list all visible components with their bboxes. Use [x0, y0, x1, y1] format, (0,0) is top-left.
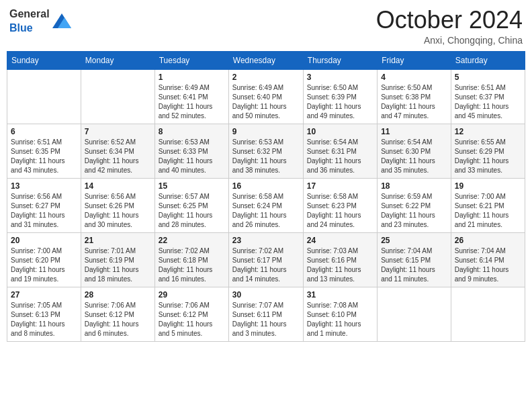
- day-number: 27: [11, 290, 77, 300]
- day-number: 18: [381, 181, 447, 191]
- day-number: 15: [159, 181, 225, 191]
- table-row: [378, 287, 451, 341]
- header-friday: Friday: [378, 51, 451, 69]
- day-number: 11: [381, 127, 447, 136]
- day-number: 30: [232, 290, 300, 300]
- calendar-week-row: 1Sunrise: 6:49 AMSunset: 6:41 PMDaylight…: [7, 69, 525, 124]
- header-saturday: Saturday: [451, 51, 525, 69]
- day-number: 28: [85, 290, 151, 300]
- header-tuesday: Tuesday: [154, 51, 228, 69]
- table-row: [451, 287, 525, 341]
- calendar-week-row: 13Sunrise: 6:56 AMSunset: 6:27 PMDayligh…: [7, 178, 525, 232]
- day-number: 16: [232, 181, 300, 191]
- day-info: Sunrise: 6:54 AMSunset: 6:31 PMDaylight:…: [307, 138, 373, 175]
- day-info: Sunrise: 6:49 AMSunset: 6:41 PMDaylight:…: [159, 83, 225, 121]
- day-info: Sunrise: 6:58 AMSunset: 6:23 PMDaylight:…: [307, 192, 373, 230]
- table-row: 22Sunrise: 7:02 AMSunset: 6:18 PMDayligh…: [154, 232, 228, 287]
- day-number: 20: [11, 236, 77, 245]
- table-row: 27Sunrise: 7:05 AMSunset: 6:13 PMDayligh…: [7, 287, 81, 341]
- day-info: Sunrise: 6:56 AMSunset: 6:26 PMDaylight:…: [85, 192, 151, 230]
- table-row: 19Sunrise: 7:00 AMSunset: 6:21 PMDayligh…: [451, 178, 525, 232]
- table-row: 20Sunrise: 7:00 AMSunset: 6:20 PMDayligh…: [7, 232, 81, 287]
- table-row: 30Sunrise: 7:07 AMSunset: 6:11 PMDayligh…: [228, 287, 303, 341]
- day-info: Sunrise: 7:03 AMSunset: 6:16 PMDaylight:…: [307, 246, 373, 284]
- day-info: Sunrise: 7:07 AMSunset: 6:11 PMDaylight:…: [232, 301, 300, 338]
- day-info: Sunrise: 7:00 AMSunset: 6:21 PMDaylight:…: [455, 192, 521, 230]
- table-row: 9Sunrise: 6:53 AMSunset: 6:32 PMDaylight…: [228, 124, 303, 178]
- header-thursday: Thursday: [303, 51, 377, 69]
- logo: General Blue: [9, 7, 71, 35]
- day-number: 10: [307, 127, 373, 136]
- day-info: Sunrise: 6:53 AMSunset: 6:33 PMDaylight:…: [159, 138, 225, 175]
- day-info: Sunrise: 6:51 AMSunset: 6:35 PMDaylight:…: [11, 138, 77, 175]
- table-row: 29Sunrise: 7:06 AMSunset: 6:12 PMDayligh…: [154, 287, 228, 341]
- logo-icon: [52, 13, 71, 28]
- logo-blue-text: Blue: [9, 22, 33, 34]
- day-info: Sunrise: 7:00 AMSunset: 6:20 PMDaylight:…: [11, 246, 77, 284]
- table-row: 5Sunrise: 6:51 AMSunset: 6:37 PMDaylight…: [451, 69, 525, 124]
- day-info: Sunrise: 6:54 AMSunset: 6:30 PMDaylight:…: [381, 138, 447, 175]
- table-row: 3Sunrise: 6:50 AMSunset: 6:39 PMDaylight…: [303, 69, 377, 124]
- day-number: 7: [85, 127, 151, 136]
- day-info: Sunrise: 7:08 AMSunset: 6:10 PMDaylight:…: [307, 301, 373, 338]
- calendar-week-row: 6Sunrise: 6:51 AMSunset: 6:35 PMDaylight…: [7, 124, 525, 178]
- day-number: 22: [159, 236, 225, 245]
- title-block: October 2024 Anxi, Chongqing, China: [376, 7, 523, 46]
- header-sunday: Sunday: [7, 51, 81, 69]
- calendar-week-row: 27Sunrise: 7:05 AMSunset: 6:13 PMDayligh…: [7, 287, 525, 341]
- table-row: 6Sunrise: 6:51 AMSunset: 6:35 PMDaylight…: [7, 124, 81, 178]
- day-number: 2: [232, 73, 300, 82]
- day-info: Sunrise: 7:02 AMSunset: 6:18 PMDaylight:…: [159, 246, 225, 284]
- weekday-header-row: Sunday Monday Tuesday Wednesday Thursday…: [7, 51, 525, 69]
- header-monday: Monday: [81, 51, 154, 69]
- day-number: 3: [307, 73, 373, 82]
- table-row: 24Sunrise: 7:03 AMSunset: 6:16 PMDayligh…: [303, 232, 377, 287]
- table-row: 11Sunrise: 6:54 AMSunset: 6:30 PMDayligh…: [378, 124, 451, 178]
- table-row: 1Sunrise: 6:49 AMSunset: 6:41 PMDaylight…: [154, 69, 228, 124]
- day-number: 12: [455, 127, 521, 136]
- table-row: 10Sunrise: 6:54 AMSunset: 6:31 PMDayligh…: [303, 124, 377, 178]
- day-number: 5: [455, 73, 521, 82]
- page-header: General Blue October 2024 Anxi, Chongqin…: [7, 7, 525, 46]
- day-info: Sunrise: 6:53 AMSunset: 6:32 PMDaylight:…: [232, 138, 300, 175]
- location-text: Anxi, Chongqing, China: [376, 35, 523, 46]
- day-info: Sunrise: 6:52 AMSunset: 6:34 PMDaylight:…: [85, 138, 151, 175]
- table-row: 28Sunrise: 7:06 AMSunset: 6:12 PMDayligh…: [81, 287, 154, 341]
- day-number: 23: [232, 236, 300, 245]
- day-info: Sunrise: 6:50 AMSunset: 6:38 PMDaylight:…: [381, 83, 447, 121]
- table-row: [81, 69, 154, 124]
- day-info: Sunrise: 6:58 AMSunset: 6:24 PMDaylight:…: [232, 192, 300, 230]
- day-info: Sunrise: 6:59 AMSunset: 6:22 PMDaylight:…: [381, 192, 447, 230]
- day-number: 29: [159, 290, 225, 300]
- table-row: 16Sunrise: 6:58 AMSunset: 6:24 PMDayligh…: [228, 178, 303, 232]
- month-title: October 2024: [376, 7, 523, 34]
- day-number: 1: [159, 73, 225, 82]
- table-row: 8Sunrise: 6:53 AMSunset: 6:33 PMDaylight…: [154, 124, 228, 178]
- day-number: 17: [307, 181, 373, 191]
- table-row: 26Sunrise: 7:04 AMSunset: 6:14 PMDayligh…: [451, 232, 525, 287]
- calendar-table: Sunday Monday Tuesday Wednesday Thursday…: [7, 51, 525, 342]
- day-number: 6: [11, 127, 77, 136]
- table-row: 2Sunrise: 6:49 AMSunset: 6:40 PMDaylight…: [228, 69, 303, 124]
- day-info: Sunrise: 7:06 AMSunset: 6:12 PMDaylight:…: [85, 301, 151, 338]
- day-info: Sunrise: 7:02 AMSunset: 6:17 PMDaylight:…: [232, 246, 300, 284]
- day-number: 21: [85, 236, 151, 245]
- table-row: 14Sunrise: 6:56 AMSunset: 6:26 PMDayligh…: [81, 178, 154, 232]
- logo-general-text: General: [9, 8, 50, 19]
- day-number: 14: [85, 181, 151, 191]
- day-info: Sunrise: 7:04 AMSunset: 6:15 PMDaylight:…: [381, 246, 447, 284]
- table-row: 13Sunrise: 6:56 AMSunset: 6:27 PMDayligh…: [7, 178, 81, 232]
- day-info: Sunrise: 6:56 AMSunset: 6:27 PMDaylight:…: [11, 192, 77, 230]
- day-number: 25: [381, 236, 447, 245]
- table-row: 17Sunrise: 6:58 AMSunset: 6:23 PMDayligh…: [303, 178, 377, 232]
- table-row: 31Sunrise: 7:08 AMSunset: 6:10 PMDayligh…: [303, 287, 377, 341]
- day-number: 9: [232, 127, 300, 136]
- table-row: [7, 69, 81, 124]
- day-number: 19: [455, 181, 521, 191]
- day-info: Sunrise: 7:06 AMSunset: 6:12 PMDaylight:…: [159, 301, 225, 338]
- day-info: Sunrise: 6:57 AMSunset: 6:25 PMDaylight:…: [159, 192, 225, 230]
- calendar-week-row: 20Sunrise: 7:00 AMSunset: 6:20 PMDayligh…: [7, 232, 525, 287]
- table-row: 15Sunrise: 6:57 AMSunset: 6:25 PMDayligh…: [154, 178, 228, 232]
- day-info: Sunrise: 7:01 AMSunset: 6:19 PMDaylight:…: [85, 246, 151, 284]
- day-number: 4: [381, 73, 447, 82]
